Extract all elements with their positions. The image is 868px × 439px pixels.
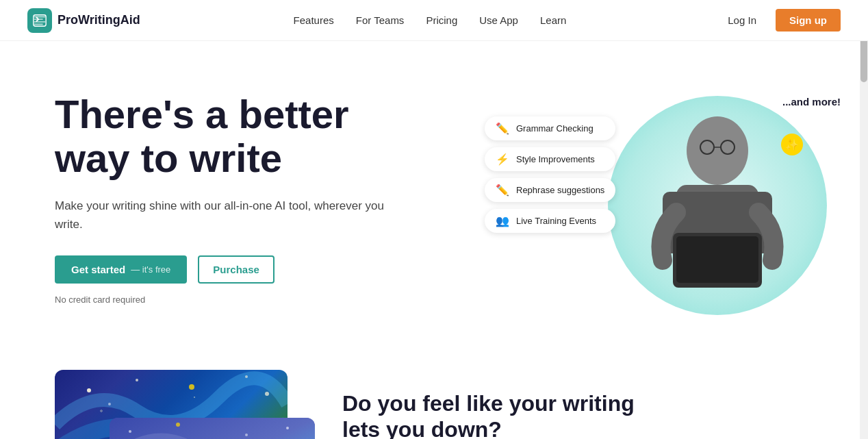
hero-illustration: [622, 96, 813, 315]
navbar: ProWritingAid Features For Teams Pricing…: [0, 0, 868, 41]
svg-point-11: [189, 384, 194, 390]
section2: My idea in my head: [0, 342, 868, 439]
svg-point-9: [87, 388, 91, 392]
svg-point-12: [245, 375, 248, 378]
svg-point-17: [129, 430, 131, 433]
logo-svg: [32, 13, 47, 28]
nav-use-app[interactable]: Use App: [479, 14, 518, 26]
feature-card-grammar: ✏️ Grammar Checking: [485, 116, 615, 140]
svg-point-20: [286, 427, 289, 429]
nav-learn[interactable]: Learn: [540, 14, 566, 26]
svg-point-19: [245, 434, 248, 436]
feature-card-training: 👥 Live Training Events: [485, 209, 615, 233]
section2-right: Do you feel like your writing lets you d…: [342, 390, 671, 439]
signup-button[interactable]: Sign up: [776, 9, 841, 32]
overlay-card: [110, 418, 315, 439]
logo[interactable]: ProWritingAid: [27, 8, 140, 33]
nav-for-teams[interactable]: For Teams: [356, 14, 405, 26]
grammar-icon: ✏️: [496, 122, 509, 135]
rephrase-label: Rephrase suggestions: [516, 185, 604, 195]
training-icon: 👥: [496, 214, 509, 227]
page-scrollbar[interactable]: [860, 0, 868, 439]
and-more-label: ...and more!: [782, 96, 841, 108]
no-credit-text: No credit card required: [55, 294, 411, 305]
svg-point-1: [687, 116, 748, 185]
hero-buttons: Get started — it's free Purchase: [55, 255, 411, 284]
person-svg: [622, 96, 813, 315]
cta-free-label: — it's free: [131, 264, 170, 275]
feature-card-style: ⚡ Style Improvements: [485, 147, 615, 171]
grammar-label: Grammar Checking: [516, 123, 593, 134]
feature-card-rephrase: ✏️ Rephrase suggestions: [485, 178, 615, 202]
svg-point-18: [176, 423, 180, 427]
overlay-svg: [110, 418, 315, 439]
hero-left: There's a better way to write Make your …: [55, 92, 411, 305]
training-label: Live Training Events: [516, 216, 596, 226]
svg-point-14: [108, 403, 111, 405]
section2-title: Do you feel like your writing lets you d…: [342, 390, 671, 439]
login-button[interactable]: Log In: [719, 10, 765, 30]
svg-rect-16: [110, 418, 315, 439]
style-icon: ⚡: [496, 153, 509, 166]
rephrase-icon: ✏️: [496, 184, 509, 197]
nav-links: Features For Teams Pricing Use App Learn: [294, 14, 567, 26]
style-label: Style Improvements: [516, 154, 595, 164]
nav-features[interactable]: Features: [294, 14, 334, 26]
cta-label: Get started: [71, 264, 125, 275]
brand-name: ProWritingAid: [58, 13, 140, 27]
nav-actions: Log In Sign up: [719, 9, 841, 32]
purchase-button[interactable]: Purchase: [198, 255, 275, 284]
get-started-button[interactable]: Get started — it's free: [55, 255, 187, 284]
svg-point-10: [136, 379, 138, 381]
sparkle-icon: ✨: [781, 134, 803, 155]
hero-right: ✏️ Grammar Checking ⚡ Style Improvements…: [485, 82, 841, 315]
nav-pricing[interactable]: Pricing: [426, 14, 457, 26]
svg-point-13: [265, 392, 269, 396]
hero-section: There's a better way to write Make your …: [0, 41, 868, 342]
svg-rect-5: [676, 236, 758, 283]
section2-image: My idea in my head: [55, 370, 301, 439]
hero-title: There's a better way to write: [55, 92, 411, 180]
hero-subtitle: Make your writing shine with our all-in-…: [55, 197, 411, 234]
feature-cards: ✏️ Grammar Checking ⚡ Style Improvements…: [485, 116, 615, 233]
logo-icon: [27, 8, 52, 33]
